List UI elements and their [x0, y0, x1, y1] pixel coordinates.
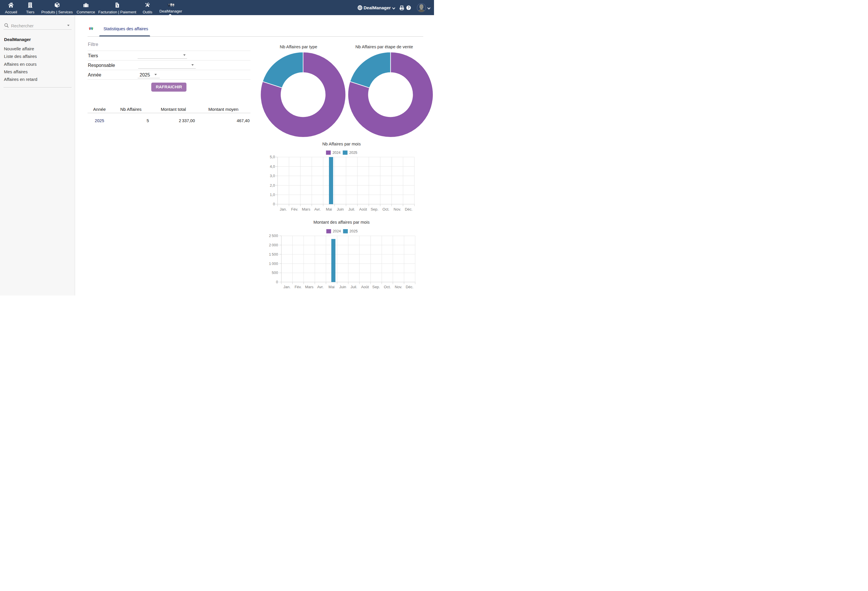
svg-text:4,0: 4,0	[270, 164, 275, 169]
svg-text:2024: 2024	[333, 229, 341, 233]
svg-text:Oct.: Oct.	[382, 207, 390, 211]
svg-text:2 000: 2 000	[269, 243, 278, 247]
svg-text:1 000: 1 000	[269, 261, 278, 266]
svg-text:2024: 2024	[332, 151, 341, 155]
svg-text:1 500: 1 500	[269, 252, 278, 256]
svg-text:Fév.: Fév.	[291, 207, 298, 211]
svg-text:Jan.: Jan.	[283, 285, 291, 289]
svg-text:Oct.: Oct.	[384, 285, 391, 289]
svg-text:Août: Août	[361, 285, 369, 289]
svg-text:500: 500	[272, 271, 278, 275]
svg-text:Jan.: Jan.	[280, 207, 287, 211]
svg-text:?: ?	[168, 3, 169, 6]
svg-text:?: ?	[407, 6, 410, 10]
svg-text:Fév.: Fév.	[295, 285, 302, 289]
svg-text:2025: 2025	[350, 229, 358, 233]
svg-text:Nov.: Nov.	[395, 285, 402, 289]
svg-text:2025: 2025	[349, 151, 357, 155]
svg-text:Déc.: Déc.	[406, 285, 413, 289]
svg-text:2,0: 2,0	[270, 183, 275, 187]
svg-text:Juin: Juin	[339, 285, 346, 289]
svg-text:0: 0	[273, 202, 275, 206]
svg-text:3,0: 3,0	[270, 174, 275, 178]
svg-text:Sep.: Sep.	[372, 285, 380, 289]
svg-text:2 500: 2 500	[269, 234, 278, 238]
svg-text:Montant des affaires par mois: Montant des affaires par mois	[313, 220, 369, 224]
svg-text:Août: Août	[359, 207, 367, 211]
svg-text:Sep.: Sep.	[371, 207, 378, 211]
svg-text:Déc.: Déc.	[405, 207, 413, 211]
svg-text:Mai: Mai	[326, 207, 332, 211]
svg-text:Mai: Mai	[328, 285, 335, 289]
svg-text:1,0: 1,0	[270, 193, 275, 197]
svg-text:Nb Affaires par type: Nb Affaires par type	[280, 44, 317, 49]
svg-text:Mars: Mars	[302, 207, 310, 211]
svg-text:Avr.: Avr.	[317, 285, 323, 289]
svg-text:Avr.: Avr.	[314, 207, 320, 211]
svg-text:$: $	[117, 4, 118, 7]
svg-text:Mars: Mars	[305, 285, 314, 289]
svg-text:Juin: Juin	[337, 207, 344, 211]
svg-text:Juil.: Juil.	[350, 285, 357, 289]
svg-text:Juil.: Juil.	[348, 207, 355, 211]
svg-text:Nb Affaires par mois: Nb Affaires par mois	[322, 141, 361, 146]
svg-text:Nov.: Nov.	[394, 207, 401, 211]
svg-text:5,0: 5,0	[270, 155, 275, 159]
svg-text:Nb Affaires par étape de vente: Nb Affaires par étape de vente	[356, 44, 413, 49]
svg-text:0: 0	[276, 280, 278, 284]
